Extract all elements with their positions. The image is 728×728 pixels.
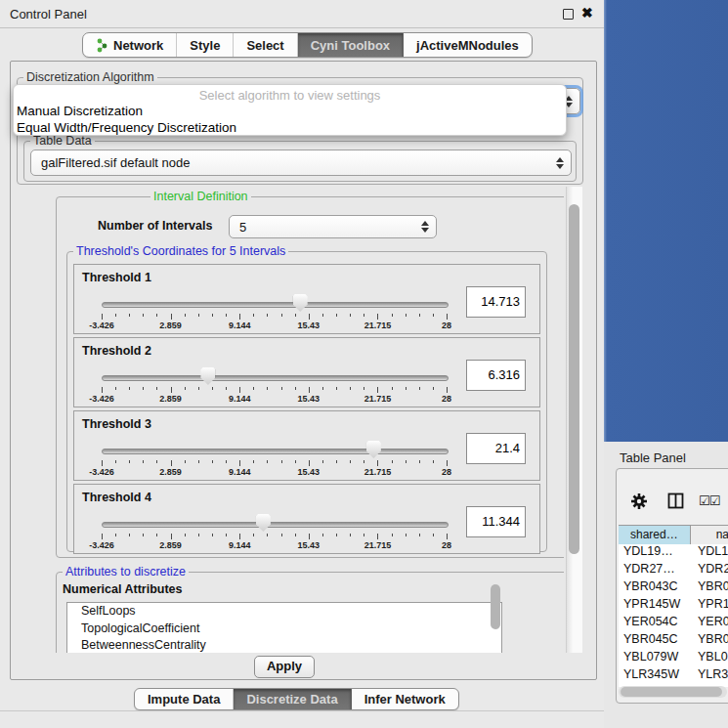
- table-row[interactable]: YBR043CYBR0: [619, 579, 728, 597]
- vertical-scrollbar-track[interactable]: [566, 187, 582, 653]
- cell-shared-name[interactable]: YBR045C: [619, 632, 698, 650]
- cell-shared-name[interactable]: YBL079W: [619, 650, 698, 667]
- tick-label: 2.859: [159, 467, 182, 477]
- cell-name[interactable]: YER0: [698, 615, 728, 632]
- tab-infer-network[interactable]: Infer Network: [352, 689, 458, 709]
- tick-mark: [433, 534, 434, 536]
- tick-mark: [364, 387, 364, 390]
- tick-label: 21.715: [364, 467, 392, 477]
- slider-track[interactable]: [102, 375, 449, 381]
- attribute-list-item[interactable]: BetweennessCentrality: [67, 637, 501, 653]
- cell-name[interactable]: YBR0: [698, 632, 728, 650]
- panel-title: Control Panel: [10, 7, 87, 21]
- cell-name[interactable]: YBR0: [698, 579, 728, 597]
- cell-shared-name[interactable]: YDL19…: [619, 544, 698, 562]
- threshold-value-box[interactable]: 6.316: [466, 360, 526, 391]
- threshold-slider[interactable]: -3.4262.8599.14415.4321.71528: [102, 437, 447, 476]
- float-icon[interactable]: [563, 9, 574, 20]
- table-row[interactable]: YBR045CYBR0: [619, 632, 728, 650]
- slider-tick-labels: -3.4262.8599.14415.4321.71528: [102, 394, 447, 404]
- tick-mark: [350, 314, 351, 317]
- table-data-group: Table Data galFiltered.sif default node: [23, 141, 577, 182]
- attribute-list-item[interactable]: SelfLoops: [67, 603, 501, 621]
- tick-mark: [377, 460, 378, 466]
- slider-track[interactable]: [102, 522, 449, 528]
- tick-mark: [447, 460, 448, 466]
- table-row[interactable]: YER054CYER0: [619, 615, 728, 632]
- cell-name[interactable]: YPR1: [698, 597, 728, 615]
- slider-thumb[interactable]: [293, 294, 308, 312]
- tick-mark: [115, 460, 116, 463]
- tab-jactivemnodules[interactable]: jActiveMNodules: [404, 33, 532, 57]
- slider-ticks: [102, 534, 447, 539]
- tab-impute-data[interactable]: Impute Data: [135, 689, 234, 709]
- tick-mark: [185, 387, 186, 390]
- cell-shared-name[interactable]: YER054C: [619, 615, 698, 632]
- tick-mark: [392, 314, 393, 317]
- cell-shared-name[interactable]: YDR27…: [619, 562, 698, 579]
- tick-mark: [198, 387, 199, 390]
- cell-shared-name[interactable]: YBR043C: [619, 579, 698, 597]
- cell-name[interactable]: YDL1: [698, 544, 728, 562]
- threshold-panel: Threshold 2 -3.4262.8599.14415.4321.7152…: [73, 337, 540, 407]
- table-data-combo[interactable]: galFiltered.sif default node: [30, 150, 572, 176]
- tab-select[interactable]: Select: [234, 33, 297, 57]
- threshold-value-box[interactable]: 11.344: [466, 506, 526, 537]
- threshold-slider[interactable]: -3.4262.8599.14415.4321.71528: [102, 290, 447, 329]
- tick-label: -3.426: [89, 467, 114, 477]
- slider-tick-labels: -3.4262.8599.14415.4321.71528: [102, 540, 447, 550]
- cell-shared-name[interactable]: YLR345W: [619, 667, 698, 685]
- cell-shared-name[interactable]: YPR145W: [619, 597, 698, 615]
- tick-mark: [156, 460, 157, 463]
- slider-track[interactable]: [102, 449, 449, 454]
- table-row[interactable]: YBL079WYBL0: [619, 650, 728, 667]
- attribute-list-item[interactable]: TopologicalCoefficient: [67, 621, 501, 638]
- table-row[interactable]: YPR145WYPR1: [619, 597, 728, 615]
- threshold-value-box[interactable]: 21.4: [466, 433, 526, 464]
- cell-name[interactable]: YLR3: [698, 667, 728, 685]
- table-rows: YDL19…YDL1YDR27…YDR2YBR043CYBR0YPR145WYP…: [619, 544, 728, 687]
- horizontal-scrollbar-thumb[interactable]: [621, 687, 722, 697]
- apply-button[interactable]: Apply: [254, 656, 315, 678]
- tick-mark: [253, 534, 254, 536]
- threshold-slider[interactable]: -3.4262.8599.14415.4321.71528: [102, 510, 447, 549]
- table-row[interactable]: YLR345WYLR3: [619, 667, 728, 685]
- tick-mark: [309, 534, 310, 539]
- horizontal-scrollbar-track[interactable]: [619, 686, 727, 698]
- close-icon[interactable]: ✖: [581, 5, 593, 21]
- slider-thumb[interactable]: [200, 367, 215, 385]
- checkbox-icons[interactable]: ☑☑: [699, 493, 719, 508]
- cell-name[interactable]: YDR2: [698, 562, 728, 579]
- tick-mark: [115, 534, 116, 536]
- numerical-attributes-list[interactable]: SelfLoopsTopologicalCoefficientBetweenne…: [66, 602, 502, 653]
- tab-label: Style: [190, 38, 220, 53]
- tab-cyni-toolbox[interactable]: Cyni Toolbox: [298, 33, 404, 57]
- table-row[interactable]: YDR27…YDR2: [619, 562, 728, 579]
- tab-style[interactable]: Style: [177, 33, 234, 57]
- tab-discretize-data[interactable]: Discretize Data: [234, 689, 351, 709]
- threshold-value-box[interactable]: 14.713: [466, 286, 526, 318]
- threshold-label: Threshold 3: [82, 417, 151, 431]
- group-title: Threshold's Coordinates for 5 Intervals: [73, 244, 288, 258]
- num-intervals-combo[interactable]: 5: [229, 215, 437, 238]
- tick-label: 15.43: [298, 467, 321, 477]
- threshold-slider[interactable]: -3.4262.8599.14415.4321.71528: [102, 364, 447, 403]
- popup-option-equal-width[interactable]: Equal Width/Frequency Discretization: [14, 119, 566, 136]
- tab-label: Select: [246, 38, 283, 53]
- vertical-scrollbar-thumb[interactable]: [569, 204, 579, 554]
- tab-network[interactable]: Network: [83, 33, 177, 57]
- slider-thumb[interactable]: [366, 441, 381, 458]
- column-header-name[interactable]: na: [691, 526, 728, 544]
- tick-mark: [392, 460, 393, 463]
- slider-track[interactable]: [102, 302, 449, 308]
- settings-gear-icon[interactable]: [630, 492, 648, 510]
- popup-option-manual[interactable]: Manual Discretization: [14, 103, 566, 119]
- table-row[interactable]: YDL19…YDL1: [619, 544, 728, 562]
- bottom-tab-bar: Impute Data Discretize Data Infer Networ…: [134, 688, 459, 710]
- column-header-shared[interactable]: shared…: [619, 526, 691, 544]
- tick-mark: [295, 460, 296, 463]
- list-scrollbar-thumb[interactable]: [491, 584, 500, 629]
- split-columns-icon[interactable]: [667, 492, 684, 509]
- slider-thumb[interactable]: [256, 514, 271, 532]
- cell-name[interactable]: YBL0: [698, 650, 728, 667]
